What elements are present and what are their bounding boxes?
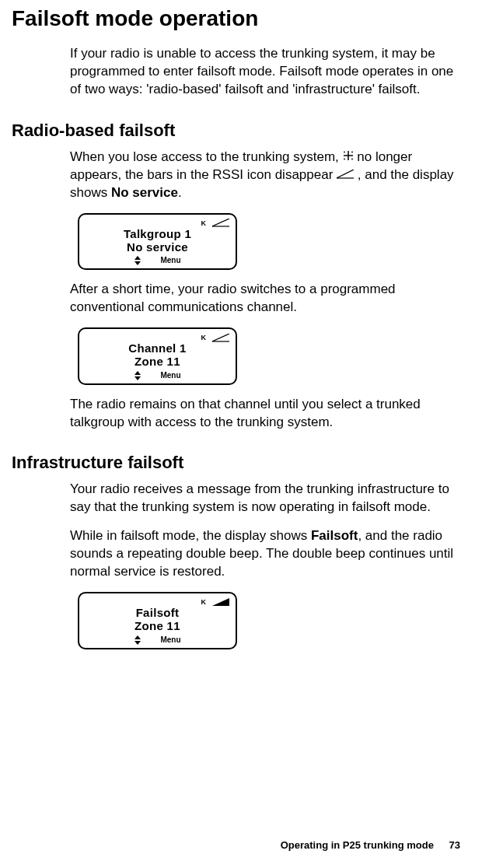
bold-text: Failsoft [311, 528, 358, 543]
svg-marker-17 [134, 635, 141, 639]
display-text-lines: Failsoft Zone 11 [84, 606, 231, 633]
text-fragment: While in failsoft mode, the display show… [70, 528, 311, 543]
display-line2: Zone 11 [84, 355, 231, 368]
section2-content: Your radio receives a message from the t… [70, 481, 460, 649]
svg-marker-18 [134, 641, 141, 645]
svg-marker-16 [212, 598, 229, 606]
updown-arrows-icon [134, 635, 141, 645]
section1-paragraph3: The radio remains on that channel until … [70, 396, 460, 432]
radio-display-failsoft: K Failsoft Zone 11 Menu [78, 592, 237, 649]
rssi-full-icon [212, 598, 229, 607]
section1-paragraph2: After a short time, your radio switches … [70, 281, 460, 317]
display-line1: Channel 1 [84, 341, 231, 355]
svg-line-8 [212, 219, 229, 226]
display-bottom-row: Menu [84, 369, 231, 382]
svg-marker-14 [134, 371, 141, 375]
menu-softkey-label: Menu [160, 255, 180, 266]
radio-display-channel-zone: K Channel 1 Zone 11 [78, 327, 237, 385]
section2-paragraph1: Your radio receives a message from the t… [70, 481, 460, 516]
bold-text: No service [111, 185, 178, 200]
rssi-empty-icon [212, 219, 229, 227]
section2-paragraph2: While in failsoft mode, the display show… [70, 527, 460, 581]
intro-block: If your radio is unable to access the tr… [70, 45, 460, 99]
text-fragment: . [178, 185, 182, 200]
display-text-lines: Channel 1 Zone 11 [84, 341, 231, 369]
display-line1: Talkgroup 1 [84, 227, 231, 240]
trunking-antenna-icon [343, 149, 354, 166]
intro-paragraph: If your radio is unable to access the tr… [70, 45, 460, 99]
display-bottom-row: Menu [84, 634, 231, 646]
k-indicator-icon: K [201, 219, 207, 228]
rssi-empty-icon [337, 166, 354, 184]
menu-softkey-label: Menu [160, 635, 180, 646]
page-title: Failsoft mode operation [12, 6, 460, 31]
updown-arrows-icon [134, 371, 141, 380]
svg-line-6 [337, 170, 354, 178]
svg-point-4 [344, 158, 345, 159]
section-heading-infrastructure: Infrastructure failsoft [12, 453, 460, 473]
radio-display-no-service: K Talkgroup 1 No service [78, 213, 237, 271]
svg-marker-15 [134, 376, 141, 380]
k-indicator-icon: K [201, 333, 207, 342]
rssi-empty-icon [212, 334, 229, 342]
footer-page-number: 73 [449, 839, 460, 851]
display-text-lines: Talkgroup 1 No service [84, 227, 231, 254]
menu-softkey-label: Menu [160, 370, 180, 381]
svg-marker-10 [134, 256, 141, 260]
updown-arrows-icon [134, 256, 141, 265]
section1-paragraph1: When you lose access to the trunking sys… [70, 149, 460, 202]
display-line1: Failsoft [84, 606, 231, 619]
display-line2: No service [84, 240, 231, 254]
display-line2: Zone 11 [84, 619, 231, 632]
svg-line-12 [212, 334, 229, 341]
display-bottom-row: Menu [84, 254, 231, 267]
k-indicator-icon: K [201, 597, 207, 607]
svg-point-2 [344, 151, 345, 152]
page-footer: Operating in P25 trunking mode 73 [281, 839, 460, 851]
document-page: Failsoft mode operation If your radio is… [0, 0, 503, 868]
svg-point-3 [351, 151, 353, 152]
svg-marker-11 [134, 261, 141, 265]
svg-point-5 [351, 158, 353, 159]
footer-section-name: Operating in P25 trunking mode [281, 839, 434, 851]
section1-content: When you lose access to the trunking sys… [70, 149, 460, 432]
section-heading-radio-based: Radio-based failsoft [12, 121, 460, 141]
text-fragment: When you lose access to the trunking sys… [70, 149, 343, 164]
